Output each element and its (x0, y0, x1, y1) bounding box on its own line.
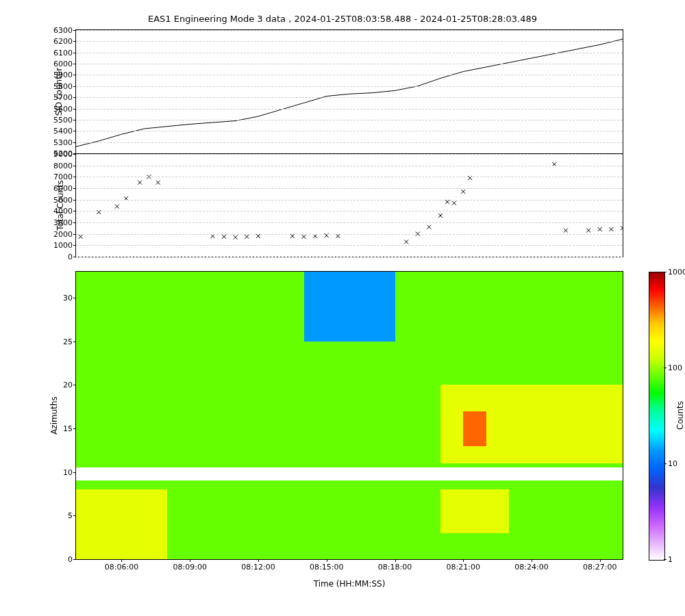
ytick: 6300 (45, 26, 73, 35)
panel-total-counts: Total Counts 010002000300040005000600070… (75, 153, 623, 257)
xtick: 08:24:00 (514, 563, 548, 572)
ytick: 0 (45, 555, 73, 564)
total-counts-scatter-plot (76, 154, 623, 257)
ytick: 9000 (45, 150, 73, 159)
sid-counter-line-plot (76, 30, 623, 153)
ytick: 1000 (45, 241, 73, 250)
ytick: 30 (45, 294, 73, 303)
panel-heatmap: Azimuths 051015202530 08:06:0008:09:0008… (75, 271, 623, 560)
xtick: 08:18:00 (378, 563, 412, 572)
ytick: 15 (45, 424, 73, 433)
ytick: 5 (45, 511, 73, 520)
xtick: 08:21:00 (447, 563, 480, 572)
azimuth-heatmap (76, 272, 623, 559)
panel-sid-counter: SID counter 5200530054005500560057005800… (75, 29, 623, 154)
ytick: 5400 (45, 127, 73, 136)
ytick: 5900 (45, 70, 73, 79)
xtick: 08:27:00 (583, 563, 616, 572)
ytick: 2000 (45, 229, 73, 238)
x-axis-label: Time (HH:MM:SS) (75, 579, 623, 589)
ytick: 8000 (45, 161, 73, 170)
ytick: 6000 (45, 60, 73, 68)
ytick: 5600 (45, 104, 73, 113)
ytick: 7000 (45, 172, 73, 181)
ytick: 5000 (45, 195, 73, 204)
figure: EAS1 Engineering Mode 3 data , 2024-01-2… (14, 14, 671, 589)
ytick: 0 (45, 253, 73, 261)
ytick: 20 (45, 381, 73, 389)
xtick: 08:12:00 (241, 563, 275, 572)
ytick: 3000 (45, 218, 73, 227)
ytick: 4000 (45, 207, 73, 216)
figure-title: EAS1 Engineering Mode 3 data , 2024-01-2… (14, 14, 671, 24)
colorbar-tick: 1 (668, 555, 673, 564)
ytick: 5500 (45, 115, 73, 124)
xtick: 08:06:00 (105, 563, 138, 572)
xtick: 08:09:00 (173, 563, 207, 572)
colorbar-tick: 1000 (668, 268, 685, 277)
ytick: 25 (45, 337, 73, 346)
ytick: 6100 (45, 48, 73, 57)
colorbar-tick: 10 (668, 459, 677, 467)
colorbar-tick: 100 (668, 363, 682, 372)
ytick: 5300 (45, 138, 73, 146)
ytick: 10 (45, 467, 73, 476)
ytick: 5700 (45, 93, 73, 102)
ytick: 6200 (45, 37, 73, 46)
colorbar-label: Counts (675, 401, 685, 430)
colorbar-gradient (649, 272, 665, 561)
ytick: 5800 (45, 81, 73, 90)
xtick: 08:15:00 (310, 563, 343, 572)
colorbar: 1101001000 (649, 272, 664, 559)
ytick: 6000 (45, 184, 73, 193)
